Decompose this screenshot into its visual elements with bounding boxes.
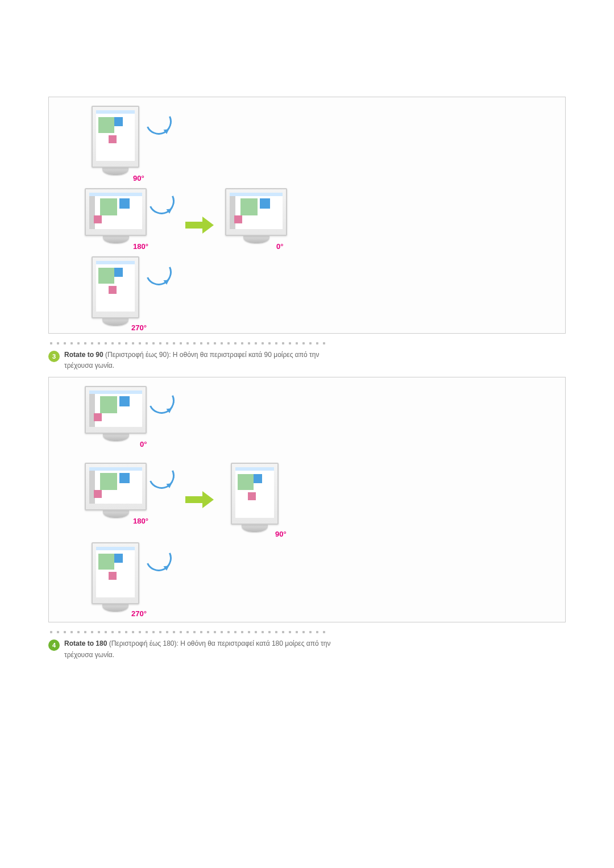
- monitor-270: [92, 256, 139, 326]
- angle-90b: 90°: [275, 530, 287, 538]
- item-3-bold: Rotate to 90: [64, 351, 103, 359]
- divider-dots-2: [48, 629, 327, 635]
- monitor-180b: [85, 463, 147, 518]
- rotate-figure-top: 90° 180° 0° 270°: [48, 97, 566, 334]
- item-3-text: Rotate to 90 (Περιστροφή έως 90): Η οθόν…: [64, 350, 337, 371]
- item-3: 3 Rotate to 90 (Περιστροφή έως 90): Η οθ…: [48, 350, 566, 371]
- divider-dots: [48, 340, 327, 346]
- angle-180: 180°: [133, 242, 148, 251]
- rotate-figure-bottom: 0° 180° 90° 270°: [48, 377, 566, 622]
- bullet-3-icon: 3: [48, 351, 60, 362]
- item-4-text: Rotate to 180 (Περιστροφή έως 180): Η οθ…: [64, 638, 337, 660]
- monitor-90b: [231, 463, 279, 532]
- bullet-3-number: 3: [52, 353, 56, 360]
- angle-0: 0°: [276, 242, 283, 251]
- angle-90: 90°: [133, 174, 144, 182]
- monitor-0: [225, 188, 287, 243]
- bullet-4-icon: 4: [48, 639, 60, 651]
- monitor-270b: [92, 542, 139, 612]
- angle-270: 270°: [131, 323, 147, 332]
- bullet-4-number: 4: [52, 642, 56, 649]
- angle-180b: 180°: [133, 517, 148, 525]
- item-4: 4 Rotate to 180 (Περιστροφή έως 180): Η …: [48, 638, 566, 660]
- result-arrow: [185, 217, 214, 234]
- item-4-bold: Rotate to 180: [64, 639, 107, 647]
- monitor-180: [85, 188, 147, 243]
- angle-270b: 270°: [131, 609, 147, 618]
- result-arrow-b: [185, 491, 214, 508]
- monitor-0b: [85, 386, 147, 441]
- angle-0b: 0°: [140, 440, 147, 448]
- document-page: 90° 180° 0° 270° 3 Rotate to 90 (Περιστρ…: [0, 0, 614, 868]
- monitor-90: [92, 106, 139, 175]
